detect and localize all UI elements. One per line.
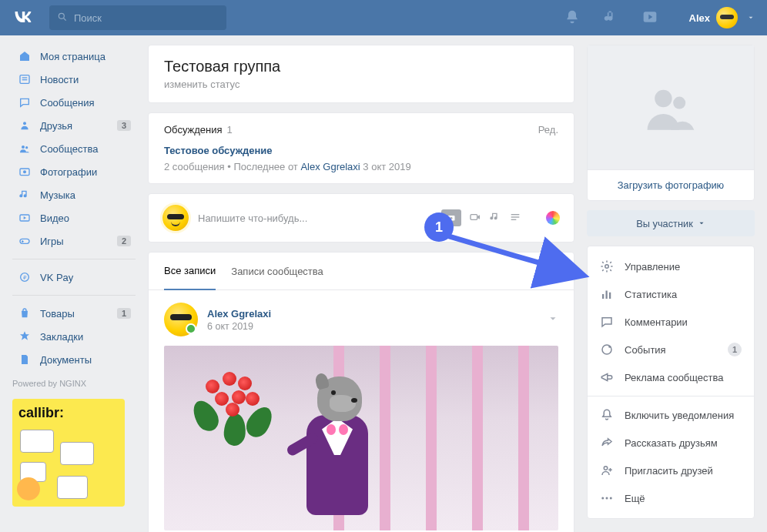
wall-search-icon[interactable] — [544, 263, 558, 279]
notifications-icon[interactable] — [564, 9, 580, 27]
stats-icon — [600, 287, 614, 301]
ad-banner[interactable]: callibr: — [12, 399, 125, 507]
gear-icon — [600, 259, 614, 273]
chevron-down-icon — [698, 219, 705, 227]
svg-point-26 — [673, 96, 685, 109]
pay-icon: ₽ — [17, 271, 32, 283]
topic-last-author[interactable]: Alex Ggrelaxi — [300, 161, 360, 172]
user-name: Alex — [689, 12, 710, 24]
nav-communities[interactable]: Сообщества — [12, 137, 136, 160]
menu-notifications[interactable]: Включить уведомления — [588, 401, 754, 429]
upload-photo-link[interactable]: Загрузить фотографию — [588, 170, 754, 200]
menu-label: Управление — [625, 261, 680, 273]
photos-icon — [17, 166, 32, 178]
menu-label: Ещё — [625, 493, 645, 504]
svg-point-0 — [59, 13, 64, 18]
menu-comments[interactable]: Комментарии — [588, 308, 754, 336]
svg-point-6 — [23, 122, 26, 125]
group-header-card: Тестовая группа изменить статус — [148, 45, 574, 103]
discussion-topic-title[interactable]: Тестовое обсуждение — [164, 145, 558, 156]
post-author[interactable]: Alex Ggrelaxi — [207, 308, 271, 320]
rainbow-theme-icon[interactable] — [546, 211, 560, 225]
nav-photos[interactable]: Фотографии — [12, 160, 136, 183]
news-icon — [17, 73, 32, 85]
group-status-cta[interactable]: изменить статус — [164, 79, 558, 90]
video-attach-icon[interactable] — [469, 211, 481, 226]
compose-tools — [441, 209, 560, 226]
vk-logo[interactable] — [12, 6, 34, 30]
menu-more[interactable]: Ещё — [588, 484, 754, 512]
tab-community-posts[interactable]: Записи сообщества — [231, 253, 323, 289]
user-avatar-icon — [716, 7, 738, 28]
nav-music[interactable]: Музыка — [12, 183, 136, 206]
nav-bookmarks[interactable]: Закладки — [12, 325, 136, 348]
sidebar-nav: Моя страница Новости Сообщения Друзья3 С… — [12, 45, 136, 532]
header: Alex — [0, 0, 767, 35]
compose-avatar-icon — [162, 205, 189, 231]
nav-news[interactable]: Новости — [12, 68, 136, 91]
search-input[interactable] — [74, 12, 219, 24]
music-attach-icon[interactable] — [489, 211, 501, 226]
menu-ads[interactable]: Реклама сообщества — [588, 363, 754, 391]
more-icon — [600, 491, 614, 505]
group-photo-placeholder — [588, 45, 754, 170]
svg-point-7 — [22, 146, 25, 149]
tab-all-posts[interactable]: Все записи — [164, 253, 216, 290]
menu-stats[interactable]: Статистика — [588, 280, 754, 308]
svg-rect-12 — [20, 239, 29, 243]
group-title: Тестовая группа — [164, 58, 558, 75]
post-menu-icon[interactable] — [548, 313, 558, 326]
nav-market[interactable]: Товары1 — [12, 302, 136, 325]
camera-icon[interactable] — [441, 209, 461, 226]
nav-vkpay[interactable]: ₽VK Pay — [12, 266, 136, 289]
chevron-down-icon — [747, 12, 755, 24]
nav-games[interactable]: Игры2 — [12, 229, 136, 253]
svg-point-18 — [450, 217, 453, 219]
menu-share[interactable]: Рассказать друзьям — [588, 429, 754, 457]
nav-friends[interactable]: Друзья3 — [12, 114, 136, 137]
invite-icon — [600, 463, 614, 477]
music-nav-icon — [17, 189, 32, 201]
discussions-edit[interactable]: Ред. — [538, 124, 558, 136]
svg-point-10 — [23, 170, 26, 173]
nav-my-page[interactable]: Моя страница — [12, 45, 136, 68]
post-image[interactable] — [164, 346, 558, 530]
share-icon — [600, 436, 614, 450]
topic-msgs: 2 сообщения — [164, 161, 225, 172]
menu-label: Комментарии — [625, 316, 688, 328]
post-avatar-icon[interactable] — [164, 303, 198, 336]
nav-badge: 3 — [117, 120, 131, 131]
svg-point-25 — [655, 89, 672, 106]
discussions-heading[interactable]: Обсуждения — [164, 124, 223, 136]
friends-icon — [17, 119, 32, 132]
nav-messages[interactable]: Сообщения — [12, 91, 136, 114]
docs-icon — [17, 353, 32, 366]
group-photo-card: Загрузить фотографию — [587, 45, 755, 201]
menu-manage[interactable]: Управление — [588, 253, 754, 280]
bell-icon — [600, 408, 614, 422]
menu-events[interactable]: События1 — [588, 336, 754, 363]
menu-invite[interactable]: Пригласить друзей — [588, 457, 754, 484]
ads-icon — [600, 370, 614, 384]
music-icon[interactable] — [603, 9, 618, 27]
nav-video[interactable]: Видео — [12, 206, 136, 229]
svg-rect-30 — [609, 293, 611, 299]
wall-post: Alex Ggrelaxi 6 окт 2019 — [149, 290, 574, 532]
more-attach-icon[interactable] — [509, 211, 521, 226]
nav-label: Документы — [40, 354, 92, 366]
search-box[interactable] — [49, 5, 226, 30]
member-button-label: Вы участник — [636, 218, 693, 229]
video-play-icon[interactable] — [641, 9, 658, 27]
svg-point-23 — [547, 266, 554, 273]
menu-badge: 1 — [728, 343, 742, 356]
compose-input[interactable] — [198, 212, 432, 224]
main-column: Тестовая группа изменить статус Обсужден… — [148, 45, 574, 532]
nav-docs[interactable]: Документы — [12, 348, 136, 371]
member-button[interactable]: Вы участник — [587, 210, 755, 236]
ad-brand: callibr: — [18, 405, 119, 421]
header-user[interactable]: Alex — [689, 7, 755, 28]
post-date[interactable]: 6 окт 2019 — [207, 321, 271, 332]
wall-card: Все записи Записи сообщества Alex Ggrela… — [148, 252, 574, 532]
events-icon — [600, 343, 614, 356]
nav-badge: 1 — [117, 308, 131, 319]
